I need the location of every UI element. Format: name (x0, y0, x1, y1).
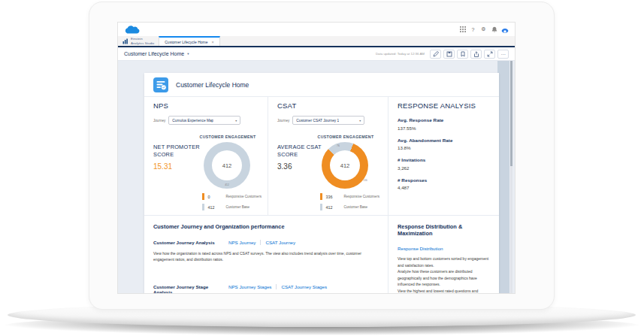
legend-row: 412 Customer Base (202, 204, 262, 210)
salesforce-cloud-icon (124, 25, 141, 35)
dashboard-icon (153, 77, 168, 92)
link-csat-journey-stages[interactable]: CSAT Journey Stages (281, 284, 327, 289)
nps-journey-select[interactable]: Cumulus Experience Map ▾ (168, 116, 240, 125)
distribution-section-heading: Response Distribution & Maximization (398, 223, 490, 237)
notifications-bell-icon[interactable] (491, 26, 497, 33)
csat-journey-row: Journey Customer CSAT Journey 1 ▾ (277, 116, 377, 125)
nps-journey-row: Journey Cumulus Experience Map ▾ (153, 116, 257, 125)
legend-label: Responsive Customers (226, 195, 262, 198)
topbar-icons: ? ⚙ (459, 26, 509, 33)
tab-label: Customer Lifecycle Home (165, 40, 207, 44)
csat-donut-center-value: 412 (340, 162, 350, 169)
setup-gear-icon[interactable]: ⚙ (480, 26, 487, 33)
nps-donut-chart[interactable]: 412 412 (204, 142, 250, 189)
dashboard-canvas: Customer Lifecycle Home NPS Journey Cumu… (118, 61, 515, 294)
laptop-screen: ? ⚙ (89, 2, 555, 310)
csat-journey-select[interactable]: Customer CSAT Journey 1 ▾ (292, 116, 364, 125)
row-title: Customer Journey Stage Analysis (153, 284, 228, 295)
nps-legend: 0 Responsive Customers 412 Customer Base (202, 193, 262, 214)
ra-metric-abandonment-rate: Avg. Abandonment Rate 13.8% (398, 138, 490, 151)
link-divider (276, 284, 277, 289)
ra-metric-responses: # Responses 4,487 (398, 177, 490, 191)
screen: ? ⚙ (117, 22, 516, 294)
legend-value: 336 (326, 195, 344, 199)
csat-heading: CSAT (277, 101, 296, 110)
journey-analysis-description: View how the organization is rated acros… (153, 250, 377, 263)
select-value: Cumulus Experience Map (172, 119, 213, 123)
ra-label: # Invitations (398, 157, 490, 162)
nps-engagement-title: CUSTOMER ENGAGEMENT (179, 135, 277, 139)
chevron-down-icon: ▾ (187, 52, 189, 56)
response-analysis-heading: RESPONSE ANALYSIS (398, 101, 490, 110)
more-button[interactable]: ⋯ (497, 50, 509, 59)
links-row: Customer Journey and Organization perfor… (144, 216, 499, 294)
response-analysis-panel: RESPONSE ANALYSIS Avg. Response Rate 137… (389, 97, 499, 215)
app-launcher-icon[interactable] (459, 26, 466, 33)
nps-donut-hole: 412 (212, 150, 242, 180)
dashboard-title: Customer Lifecycle Home (124, 51, 184, 56)
csat-donut-hole: 412 (330, 150, 360, 180)
expand-icon (487, 51, 493, 57)
bookmark-icon (460, 51, 466, 57)
ra-label: Avg. Response Rate (398, 117, 490, 123)
ra-metric-response-rate: Avg. Response Rate 137.55% (398, 117, 490, 131)
journey-links-section: Customer Journey and Organization perfor… (144, 216, 389, 294)
ra-value: 137.55% (398, 126, 490, 131)
data-updated-text: Data updated: Today at 12:36 AM (376, 52, 425, 56)
user-avatar[interactable] (501, 26, 509, 33)
dashboard-title-menu[interactable]: Customer Lifecycle Home ▾ (124, 51, 189, 56)
tab-customer-lifecycle-home[interactable]: Customer Lifecycle Home × (159, 36, 219, 46)
dashboard-card: Customer Lifecycle Home NPS Journey Cumu… (144, 73, 499, 294)
share-button[interactable] (470, 50, 482, 59)
ra-value: 4,487 (398, 185, 490, 190)
nps-metric-value: 15.31 (153, 162, 204, 171)
link-csat-journey[interactable]: CSAT Journey (265, 240, 295, 245)
link-nps-journey-stages[interactable]: NPS Journey Stages (228, 284, 271, 289)
row-title: Customer Journey Analysis (153, 240, 228, 245)
csat-metric: AVERAGE CSAT SCORE 3.36 (277, 144, 328, 171)
pencil-icon (433, 51, 439, 57)
ra-value: 13.8% (398, 145, 490, 150)
brand: Einstein Analytics Studio (118, 36, 159, 46)
link-response-distribution[interactable]: Response Distribution (398, 246, 490, 251)
logo-bar: ? ⚙ (118, 23, 515, 36)
nps-donut-segment-label: 412 (204, 183, 250, 186)
csat-metric-label: AVERAGE CSAT SCORE (277, 144, 328, 159)
csat-donut-chart[interactable]: 76 336 412 (322, 142, 368, 189)
help-icon[interactable]: ? (470, 26, 476, 33)
save-button[interactable] (443, 50, 455, 59)
toolbar-actions: Data updated: Today at 12:36 AM (376, 50, 509, 59)
app-nav-bar: Einstein Analytics Studio Customer Lifec… (118, 36, 515, 47)
response-distribution-description: View top and bottom customers sorted by … (398, 256, 490, 294)
legend-tick-base (202, 204, 204, 210)
action-bar: Customer Lifecycle Home ▾ Data updated: … (118, 47, 515, 61)
link-nps-journey[interactable]: NPS Journey (228, 240, 255, 245)
legend-tick-responsive (320, 193, 322, 200)
csat-engagement-title: CUSTOMER ENGAGEMENT (297, 135, 395, 139)
analytics-studio-icon (122, 38, 128, 44)
expand-button[interactable] (484, 50, 495, 59)
tab-close-icon[interactable]: × (212, 40, 214, 44)
ra-metric-invitations: # Invitations 3,262 (398, 157, 490, 171)
legend-row: 0 Responsive Customers (202, 193, 262, 200)
ra-label: Avg. Abandonment Rate (398, 138, 490, 143)
csat-metric-value: 3.36 (277, 162, 328, 171)
scrollbar-thumb[interactable] (510, 61, 512, 166)
ra-label: # Responses (398, 177, 490, 183)
nps-donut-center-value: 412 (222, 162, 232, 169)
brand-name: Einstein Analytics Studio (131, 37, 154, 44)
bookmark-button[interactable] (457, 50, 468, 59)
journey-label: Journey (277, 119, 289, 123)
distribution-links-section: Response Distribution & Maximization Res… (389, 216, 499, 294)
journey-section-heading: Customer Journey and Organization perfor… (153, 223, 377, 230)
chevron-down-icon: ▾ (235, 119, 237, 123)
journey-analysis-row: Customer Journey Analysis NPS Journey CS… (153, 240, 377, 245)
nps-heading: NPS (153, 101, 168, 110)
edit-button[interactable] (430, 50, 441, 59)
nps-metric-label: NET PROMOTER SCORE (153, 144, 204, 159)
csat-legend: 336 Responsive Customers 412 Customer Ba… (320, 193, 379, 214)
legend-row: 412 Customer Base (320, 204, 379, 210)
legend-label: Customer Base (226, 205, 250, 209)
laptop-mockup: ? ⚙ (0, 0, 644, 336)
chevron-down-icon: ▾ (359, 119, 361, 123)
